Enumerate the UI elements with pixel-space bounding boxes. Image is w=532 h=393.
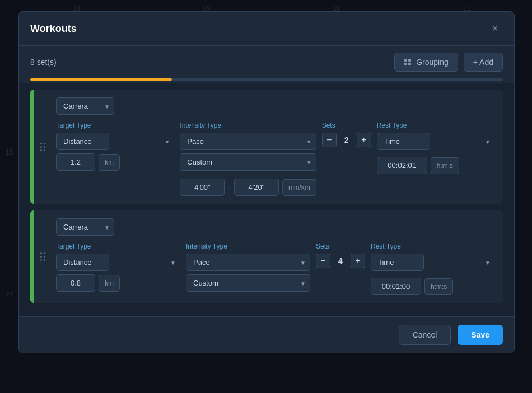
intensity-type-select-wrapper-1[interactable]: Pace Heart Rate Power ▼ [180, 133, 316, 150]
pace-from-input-1[interactable] [180, 179, 225, 196]
progress-bar-container [19, 78, 514, 83]
card-content-1: Carrera Cycling Swimming ▼ Target Type D… [52, 90, 503, 204]
rest-time-input-2[interactable] [371, 278, 421, 295]
sets-counter-1: − 2 + [322, 133, 371, 147]
target-type-select-2[interactable]: Distance Duration Pace [56, 254, 109, 271]
intensity-type-select-2[interactable]: Pace Heart Rate Power [186, 254, 310, 271]
target-type-group-2: Target Type Distance Duration Pace ▼ km [56, 242, 180, 292]
target-type-select-1[interactable]: Distance Duration Pace [56, 133, 109, 150]
rest-type-label-1: Rest Type [377, 121, 495, 129]
rest-time-row-2: h:m:s [371, 278, 495, 295]
intensity-type-group-1: Intensity Type Pace Heart Rate Power ▼ [180, 121, 316, 196]
close-button[interactable]: × [487, 21, 503, 36]
sets-decrement-2[interactable]: − [316, 254, 330, 268]
sets-label-1: Sets [322, 121, 371, 129]
grouping-icon [404, 58, 413, 67]
target-type-label-1: Target Type [56, 121, 174, 129]
sets-increment-1[interactable]: + [357, 133, 371, 147]
target-type-select-wrapper-2[interactable]: Distance Duration Pace ▼ [56, 254, 180, 271]
sets-label-2: Sets [316, 242, 365, 250]
save-button[interactable]: Save [458, 325, 503, 345]
sets-decrement-1[interactable]: − [322, 133, 337, 147]
intensity-type-label-2: Intensity Type [186, 242, 310, 250]
svg-rect-3 [408, 63, 411, 66]
modal-body: Carrera Cycling Swimming ▼ Target Type D… [19, 83, 514, 316]
target-type-group-1: Target Type Distance Duration Pace ▼ km [56, 121, 174, 171]
target-unit-badge-1: km [99, 154, 120, 171]
toolbar-buttons: Grouping + Add [394, 53, 503, 72]
pace-unit-badge-1: min/km [282, 179, 316, 196]
rest-unit-badge-2: h:m:s [424, 278, 453, 295]
intensity-type-select-1[interactable]: Pace Heart Rate Power [180, 133, 316, 150]
intensity-subtype-select-1[interactable]: Custom Easy Moderate Hard [180, 153, 316, 171]
drag-handle-2[interactable] [34, 210, 52, 303]
target-distance-input-1[interactable] [56, 153, 95, 171]
rest-type-arrow-2: ▼ [485, 259, 491, 265]
cancel-button[interactable]: Cancel [399, 325, 451, 345]
pace-to-input-1[interactable] [234, 179, 279, 196]
rest-type-select-2[interactable]: Time Distance None [371, 254, 424, 271]
rest-time-row-1: h:m:s [377, 157, 495, 174]
intensity-subtype-wrapper-1[interactable]: Custom Easy Moderate Hard ▼ [180, 153, 316, 171]
sets-count-label: 8 set(s) [30, 58, 57, 67]
exercise-type-select-2[interactable]: Carrera Cycling Swimming [56, 218, 114, 236]
modal-footer: Cancel Save [19, 316, 514, 353]
drag-handle-1[interactable] [34, 90, 52, 204]
svg-rect-2 [404, 63, 407, 66]
sets-value-2: 4 [335, 256, 346, 265]
rest-type-arrow-1: ▼ [485, 138, 491, 144]
exercise-type-wrapper-2[interactable]: Carrera Cycling Swimming ▼ [56, 218, 114, 236]
pace-row-1: - min/km [180, 179, 316, 196]
rest-type-group-2: Rest Type Time Distance None ▼ h:m:s [371, 242, 495, 295]
card-content-2: Carrera Cycling Swimming ▼ Target Type D… [52, 210, 503, 303]
rest-type-select-wrapper-2[interactable]: Time Distance None ▼ [371, 254, 495, 271]
drag-dots-2 [40, 252, 45, 261]
workout-card-2: Carrera Cycling Swimming ▼ Target Type D… [30, 210, 503, 303]
rest-type-label-2: Rest Type [371, 242, 495, 250]
add-button[interactable]: + Add [464, 53, 503, 72]
rest-time-input-1[interactable] [377, 157, 427, 174]
target-distance-row-1: km [56, 153, 174, 171]
grouping-button[interactable]: Grouping [394, 53, 458, 72]
rest-type-group-1: Rest Type Time Distance None ▼ h:m:s [377, 121, 495, 174]
intensity-type-label-1: Intensity Type [180, 121, 316, 129]
progress-bar [30, 78, 503, 81]
sets-counter-2: − 4 + [316, 254, 365, 268]
form-grid-2: Target Type Distance Duration Pace ▼ km [56, 242, 495, 295]
svg-rect-1 [408, 59, 411, 62]
target-type-arrow-2: ▼ [170, 259, 176, 265]
rest-unit-badge-1: h:m:s [431, 157, 459, 174]
modal-title: Workouts [30, 23, 77, 35]
target-type-select-wrapper-1[interactable]: Distance Duration Pace ▼ [56, 133, 174, 150]
sets-group-1: Sets − 2 + [322, 121, 371, 147]
workouts-modal: Workouts × 8 set(s) Grouping + Add [18, 11, 515, 353]
sets-value-1: 2 [341, 135, 352, 144]
intensity-type-group-2: Intensity Type Pace Heart Rate Power ▼ [186, 242, 310, 292]
target-distance-row-2: km [56, 274, 180, 292]
target-type-label-2: Target Type [56, 242, 180, 250]
sets-increment-2[interactable]: + [351, 254, 365, 268]
target-distance-input-2[interactable] [56, 274, 95, 292]
target-unit-badge-2: km [99, 275, 120, 292]
intensity-subtype-wrapper-2[interactable]: Custom Easy Moderate Hard ▼ [186, 274, 310, 292]
svg-rect-0 [404, 59, 407, 62]
intensity-type-select-wrapper-2[interactable]: Pace Heart Rate Power ▼ [186, 254, 310, 271]
intensity-subtype-select-2[interactable]: Custom Easy Moderate Hard [186, 274, 310, 292]
exercise-type-wrapper-1[interactable]: Carrera Cycling Swimming ▼ [56, 97, 114, 115]
rest-type-select-1[interactable]: Time Distance None [377, 133, 430, 150]
exercise-type-select-1[interactable]: Carrera Cycling Swimming [56, 97, 114, 115]
sets-group-2: Sets − 4 + [316, 242, 365, 268]
modal-header: Workouts × [19, 12, 514, 46]
target-type-arrow-1: ▼ [164, 138, 170, 144]
modal-toolbar: 8 set(s) Grouping + Add [19, 46, 514, 78]
pace-separator-1: - [228, 183, 231, 192]
drag-dots-1 [40, 143, 45, 151]
rest-type-select-wrapper-1[interactable]: Time Distance None ▼ [377, 133, 495, 150]
progress-fill [30, 78, 172, 81]
form-grid-1: Target Type Distance Duration Pace ▼ km [56, 121, 495, 196]
workout-card-1: Carrera Cycling Swimming ▼ Target Type D… [30, 90, 503, 204]
